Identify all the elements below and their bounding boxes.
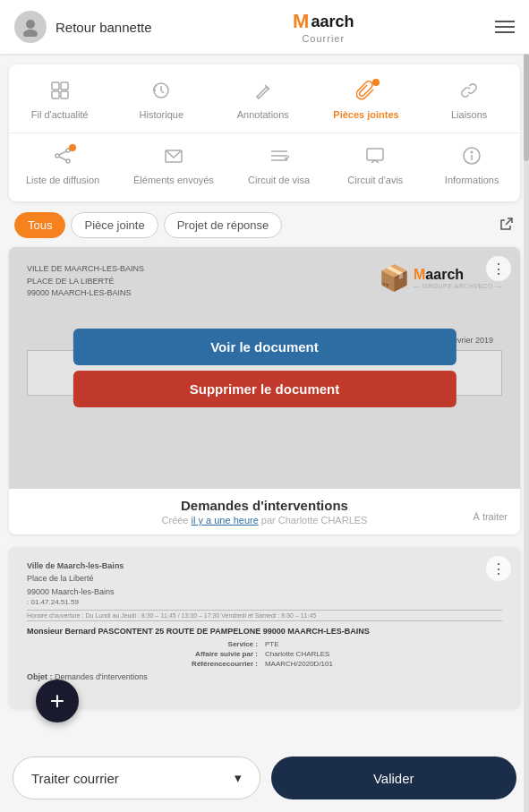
logo: M aarch Courrier [293,10,354,44]
menu-button[interactable] [495,21,515,33]
card-menu-button-2[interactable]: ⋮ [486,556,511,581]
tab-informations-label: Informations [445,175,499,185]
service-row-ref: Référencecourrier : MAARCH/2020D/101 [27,659,502,669]
filter-bar: Tous Pièce jointe Projet de réponse [0,212,529,247]
affaire-value: Charlotte CHARLES [261,649,502,659]
card-status-1: À traiter [473,511,508,522]
svg-line-13 [59,157,66,160]
tab-pieces-jointes[interactable]: Pièces jointes [324,75,407,125]
nav-row-1: Fil d'actualité Historique Annotations P… [9,72,520,129]
svg-point-10 [55,154,59,158]
tab-elements-envoyes[interactable]: Éléments envoyés [124,141,223,191]
tab-circuit-avis[interactable]: Circuit d'avis [335,141,415,191]
svg-line-8 [257,97,259,98]
external-link-icon[interactable] [499,216,515,235]
tab-annotations-label: Annotations [237,109,289,120]
filter-tous[interactable]: Tous [14,212,65,238]
pieces-dot [372,79,380,86]
card-author: Charlotte CHARLES [278,515,368,526]
affaire-label: Affaire suivie par : [27,649,261,659]
share-icon [53,146,73,171]
tab-circuit-visa[interactable]: Circuit de visa [239,141,320,191]
delete-document-button[interactable]: Supprimer le document [73,371,456,407]
tel-line-2: : 01.47.24.51.59 [27,598,502,606]
header-left: Retour bannette [14,11,152,43]
info-icon [462,146,482,171]
tab-fil-label: Fil d'actualité [31,109,89,120]
hours-line-2: Horaire d'ouverture : Du Lundi au Jeudi … [27,610,502,621]
card-footer-1: Demandes d'interventions Créée il y a un… [9,489,520,534]
tab-liaisons-label: Liaisons [451,109,487,120]
tab-historique[interactable]: Historique [121,75,201,125]
recipient-line-2: Monsieur Bernard PASCONTENT 25 ROUTE DE … [27,627,502,636]
tab-visa-label: Circuit de visa [248,175,310,185]
tab-envoyes-label: Éléments envoyés [133,175,214,185]
svg-point-21 [471,151,473,153]
history-icon [151,81,171,106]
svg-line-12 [59,151,66,155]
service-value: PTE [261,639,502,649]
doc-preview-1: ⋮ VILLE DE MAARCH-LES-BAINS PLACE DE LA … [9,247,520,489]
service-row-affaire: Affaire suivie par : Charlotte CHARLES [27,649,502,659]
maarch-box-icon: 📦 [379,263,410,293]
document-card-1: ⋮ VILLE DE MAARCH-LES-BAINS PLACE DE LA … [9,247,520,534]
list-check-icon [269,146,289,171]
chat-icon [365,146,385,171]
doc-logo-m: M [414,267,425,282]
tab-informations[interactable]: Informations [431,141,512,191]
tab-annotations[interactable]: Annotations [223,75,303,125]
ref-value: MAARCH/2020D/101 [261,659,502,669]
address2-2: 99000 Maarch-les-Bains [27,585,502,598]
filter-piece-jointe[interactable]: Pièce jointe [71,212,158,238]
logo-text: aarch [311,13,354,31]
svg-rect-4 [52,91,59,98]
header: Retour bannette M aarch Courrier [0,0,529,54]
scroll-track [524,54,529,812]
svg-line-22 [506,218,512,225]
service-label: Service : [27,639,261,649]
svg-point-0 [26,20,35,29]
tab-liste-diffusion[interactable]: Liste de diffusion [17,141,108,191]
tab-liaisons[interactable]: Liaisons [429,75,509,125]
card-time-link[interactable]: il y a une heure [192,515,259,526]
traiter-label: Traiter courrier [31,771,119,786]
cards-area: ⋮ VILLE DE MAARCH-LES-BAINS PLACE DE LA … [0,247,529,708]
doc-preview-2: ⋮ Ville de Maarch-les-Bains Place de la … [9,547,520,708]
city-name-2: Ville de Maarch-les-Bains [27,560,502,572]
pencil-icon [253,81,273,106]
svg-point-1 [23,30,38,37]
scroll-thumb[interactable] [524,54,529,161]
svg-rect-3 [61,82,68,90]
svg-rect-2 [52,82,59,90]
doc-logo-group: — GROUPE ARCHVECO — [414,283,502,289]
tab-avis-label: Circuit d'avis [347,175,403,185]
filter-projet-reponse[interactable]: Projet de réponse [164,212,283,238]
doc-logo-rest: aarch [425,267,464,282]
tab-pieces-label: Pièces jointes [333,109,398,120]
nav-row-2: Liste de diffusion Éléments envoyés Circ… [9,137,520,194]
svg-rect-18 [367,149,383,160]
ref-label: Référencecourrier : [27,659,261,669]
bottom-bar: Traiter courrier ▾ Valider [0,744,529,812]
nav-tabs: Fil d'actualité Historique Annotations P… [9,64,520,201]
mail-icon [164,146,183,171]
tab-historique-label: Historique [140,109,184,120]
card-title-1: Demandes d'interventions [21,498,508,513]
dropdown-icon: ▾ [235,770,242,786]
address1-2: Place de la Liberté [27,572,502,585]
link-icon [459,81,479,106]
svg-rect-5 [61,91,68,98]
back-button[interactable]: Retour bannette [55,20,152,35]
traiter-courrier-button[interactable]: Traiter courrier ▾ [13,756,260,799]
diffusion-dot [69,144,76,151]
tab-fil-actualite[interactable]: Fil d'actualité [20,75,100,125]
tab-diffusion-label: Liste de diffusion [26,175,99,185]
service-row-service: Service : PTE [27,639,502,649]
doc-logo-1: 📦 Maarch — GROUPE ARCHVECO — [379,263,502,293]
valider-button[interactable]: Valider [271,756,517,799]
overlay-buttons-1: Voir le document Supprimer le document [73,329,456,407]
view-document-button[interactable]: Voir le document [73,329,456,365]
fab-button[interactable]: + [36,680,79,722]
avatar [14,11,47,43]
grid-icon [50,81,70,106]
